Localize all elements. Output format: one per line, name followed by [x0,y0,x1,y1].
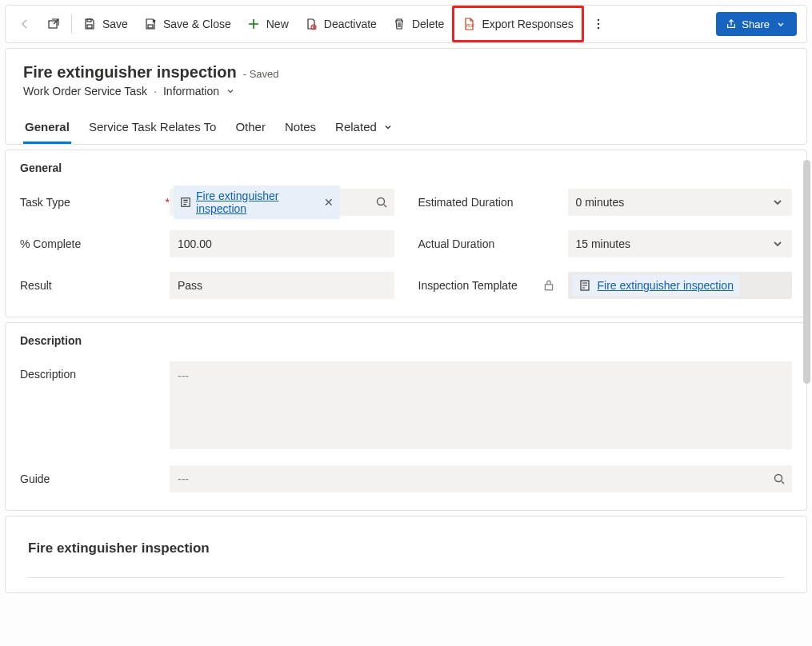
task-type-link[interactable]: Fire extinguisher inspection [196,189,315,215]
description-input[interactable]: --- [170,361,792,449]
field-label: Task Type [20,196,160,209]
tab-other[interactable]: Other [234,112,267,144]
field-actual-duration: Actual Duration 15 minutes [418,230,793,257]
actual-duration-input[interactable]: 15 minutes [568,230,793,257]
search-icon[interactable] [773,473,786,485]
overflow-button[interactable] [584,10,613,38]
save-icon [83,18,96,30]
form-selector[interactable]: Information [163,85,237,98]
field-value: 0 minutes [576,196,625,209]
lookup-pill: Fire extinguisher inspection [572,275,740,296]
template-icon [578,279,591,292]
svg-rect-3 [148,25,153,28]
task-type-lookup[interactable]: Fire extinguisher inspection ✕ [170,189,394,216]
new-label: New [266,18,289,30]
field-guide: Guide --- [20,465,792,492]
field-percent-complete: % Complete 100.00 [20,230,394,257]
field-result: Result Pass [20,272,394,299]
open-new-window-button[interactable] [39,10,68,38]
export-responses-highlight: PDF Export Responses [452,6,583,42]
entity-icon [180,196,191,209]
export-responses-label: Export Responses [482,18,573,30]
chevron-down-icon [771,237,784,250]
separator-dot: · [154,85,157,98]
svg-point-13 [775,475,782,482]
field-value: --- [178,369,189,382]
field-label: Estimated Duration [418,196,558,209]
command-bar: Save Save & Close New Deactivate Delete … [5,5,807,43]
new-button[interactable]: New [239,10,297,38]
svg-rect-11 [545,285,552,290]
chevron-down-icon [774,18,787,30]
pdf-icon: PDF [462,18,475,30]
section-title: General [20,162,792,174]
deactivate-button[interactable]: Deactivate [297,10,385,38]
export-responses-button[interactable]: PDF Export Responses [454,8,581,40]
popout-icon [47,18,60,30]
tab-label: Notes [285,120,316,134]
field-label: Guide [20,473,160,485]
tab-related[interactable]: Related [334,112,396,144]
inspection-template-lookup: Fire extinguisher inspection [568,272,793,299]
field-value: 100.00 [178,237,212,250]
tab-general[interactable]: General [23,112,71,144]
back-button[interactable] [10,10,39,38]
section-general: General Task Type Fire extinguisher insp… [5,150,807,317]
section-description: Description Description --- Guide --- [5,322,807,511]
percent-complete-input[interactable]: 100.00 [170,230,394,257]
delete-button[interactable]: Delete [385,10,452,38]
lookup-pill: Fire extinguisher inspection ✕ [174,185,340,219]
field-label: Result [20,279,160,292]
delete-label: Delete [412,18,444,30]
field-value: 15 minutes [576,237,630,250]
save-button[interactable]: Save [75,10,136,38]
arrow-left-icon [18,18,31,30]
search-icon[interactable] [375,196,388,209]
svg-point-7 [598,23,599,25]
tab-notes[interactable]: Notes [283,112,318,144]
tab-service-task-relates-to[interactable]: Service Task Relates To [87,112,218,144]
chevron-down-icon [382,121,394,134]
plus-icon [247,18,260,30]
tab-label: Related [335,120,377,134]
field-value: Pass [178,279,202,292]
save-close-button[interactable]: Save & Close [136,10,239,38]
field-description: Description --- [20,361,792,449]
guide-lookup[interactable]: --- [170,465,792,492]
section-inspection: Fire extinguisher inspection [5,516,807,593]
svg-rect-1 [87,25,92,28]
tab-label: Service Task Relates To [89,120,217,134]
divider [28,577,784,578]
remove-lookup-button[interactable]: ✕ [321,196,334,209]
section-title: Description [20,334,792,347]
separator [71,14,72,34]
record-header: Fire extinguisher inspection - Saved Wor… [5,48,807,145]
tab-label: General [25,120,70,134]
svg-point-10 [377,198,384,205]
save-label: Save [102,18,128,30]
svg-rect-2 [87,19,91,22]
save-close-icon [144,18,157,30]
field-label-wrap: Inspection Template [418,279,558,292]
scrollbar[interactable] [803,160,810,432]
more-vertical-icon [592,18,605,30]
save-state: - Saved [243,68,279,80]
scrollbar-thumb[interactable] [803,160,810,384]
inspection-template-link[interactable]: Fire extinguisher inspection [598,279,734,292]
share-icon [726,18,737,30]
deactivate-icon [305,18,318,30]
page-title: Fire extinguisher inspection [23,63,237,82]
estimated-duration-input[interactable]: 0 minutes [568,189,793,216]
save-close-label: Save & Close [163,18,231,30]
entity-name: Work Order Service Task [23,85,147,98]
lock-icon [542,279,555,292]
svg-point-8 [598,27,599,29]
svg-point-6 [598,19,599,21]
result-input[interactable]: Pass [170,272,394,299]
tab-list: General Service Task Relates To Other No… [23,112,789,144]
deactivate-label: Deactivate [324,18,377,30]
share-button[interactable]: Share [716,12,797,36]
form-name: Information [163,85,219,98]
field-label: Inspection Template [418,279,518,292]
field-label: Description [20,361,160,381]
